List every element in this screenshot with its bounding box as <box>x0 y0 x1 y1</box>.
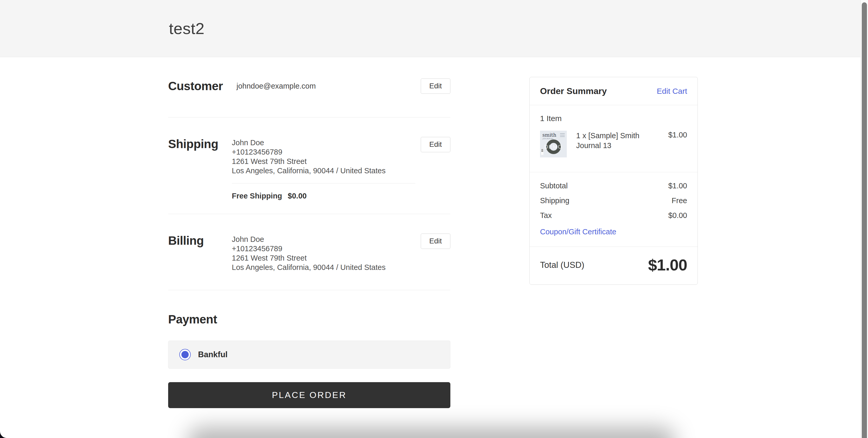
billing-address-city: Los Angeles, California, 90044 / United … <box>232 263 386 272</box>
order-summary-panel: Order Summary Edit Cart 1 Item smith JOU… <box>529 77 698 285</box>
site-header: test2 <box>0 0 868 57</box>
order-summary-column: Order Summary Edit Cart 1 Item smith JOU… <box>529 77 698 408</box>
tax-value: $0.00 <box>668 211 687 220</box>
edit-cart-link[interactable]: Edit Cart <box>657 87 687 96</box>
shipping-address-phone: +10123456789 <box>232 147 415 157</box>
product-price: $1.00 <box>668 131 687 157</box>
thumb-brand-text: smith <box>542 132 556 137</box>
customer-email: johndoe@example.com <box>237 82 316 90</box>
payment-heading: Payment <box>168 312 232 326</box>
scrollbar-thumb[interactable] <box>862 2 867 438</box>
customer-heading: Customer <box>168 79 232 93</box>
shipping-method-row: Free Shipping $0.00 <box>232 192 415 200</box>
billing-section: Billing John Doe +10123456789 1261 West … <box>168 214 451 290</box>
shipping-value: Free <box>672 196 687 205</box>
billing-address: John Doe +10123456789 1261 West 79th Str… <box>232 234 386 272</box>
radio-selected-icon[interactable] <box>179 349 191 360</box>
window-bottom-shadow <box>187 427 676 438</box>
billing-edit-button[interactable]: Edit <box>421 233 451 249</box>
store-title: test2 <box>169 19 205 38</box>
payment-option-bankful[interactable]: Bankful <box>168 341 451 369</box>
subtotal-row: Subtotal $1.00 <box>540 182 687 190</box>
shipping-label: Shipping <box>540 196 569 205</box>
checkout-page: test2 Customer johndoe@example.com Edit … <box>0 0 868 438</box>
product-name: 1 x [Sample] Smith Journal 13 <box>576 131 662 157</box>
payment-section: Payment Bankful PLACE ORDER <box>168 290 451 408</box>
shipping-address: John Doe +10123456789 1261 West 79th Str… <box>232 138 415 175</box>
coupon-row: Coupon/Gift Certificate <box>540 227 687 236</box>
thumb-barcode <box>541 149 544 155</box>
shipping-edit-button[interactable]: Edit <box>421 137 451 152</box>
tax-label: Tax <box>540 211 552 220</box>
shipping-row: Shipping Free <box>540 196 687 205</box>
grand-total-row: Total (USD) $1.00 <box>530 247 698 284</box>
grand-total-value: $1.00 <box>648 256 687 274</box>
shipping-heading: Shipping <box>168 137 232 151</box>
order-items-section: 1 Item smith JOURNAL DEMO 1 x [Sample] S… <box>530 105 698 172</box>
scrollbar-track[interactable] <box>861 0 868 438</box>
item-count: 1 Item <box>540 114 687 123</box>
product-row: smith JOURNAL DEMO 1 x [Sample] Smith Jo… <box>540 131 687 157</box>
shipping-address-city: Los Angeles, California, 90044 / United … <box>232 166 415 175</box>
shipping-method-price: $0.00 <box>288 192 307 200</box>
thumb-text-lines <box>560 133 565 138</box>
product-thumbnail: smith JOURNAL DEMO <box>540 131 567 157</box>
order-summary-title: Order Summary <box>540 86 607 96</box>
shipping-details: John Doe +10123456789 1261 West 79th Str… <box>232 137 415 200</box>
window-corner-shadow <box>0 424 8 438</box>
payment-option-label: Bankful <box>198 350 228 359</box>
subtotal-value: $1.00 <box>668 182 687 190</box>
billing-address-street: 1261 West 79th Street <box>232 253 386 263</box>
checkout-steps: Customer johndoe@example.com Edit Shippi… <box>168 79 451 408</box>
customer-edit-button[interactable]: Edit <box>421 79 451 94</box>
totals-section: Subtotal $1.00 Shipping Free Tax $0.00 C… <box>530 172 698 247</box>
subtotal-label: Subtotal <box>540 182 567 190</box>
billing-heading: Billing <box>168 233 232 248</box>
main-content: Customer johndoe@example.com Edit Shippi… <box>0 57 868 408</box>
order-summary-header: Order Summary Edit Cart <box>530 77 698 105</box>
tax-row: Tax $0.00 <box>540 211 687 220</box>
shipping-address-street: 1261 West 79th Street <box>232 157 415 166</box>
shipping-method-name: Free Shipping <box>232 192 282 200</box>
place-order-button[interactable]: PLACE ORDER <box>168 382 451 408</box>
grand-total-label: Total (USD) <box>540 260 585 270</box>
thumb-demo-watermark: DEMO <box>540 144 567 150</box>
shipping-section: Shipping John Doe +10123456789 1261 West… <box>168 118 451 214</box>
billing-address-name: John Doe <box>232 234 386 244</box>
shipping-address-name: John Doe <box>232 138 415 147</box>
customer-section: Customer johndoe@example.com Edit <box>168 79 451 118</box>
coupon-link[interactable]: Coupon/Gift Certificate <box>540 227 616 236</box>
billing-address-phone: +10123456789 <box>232 244 386 253</box>
